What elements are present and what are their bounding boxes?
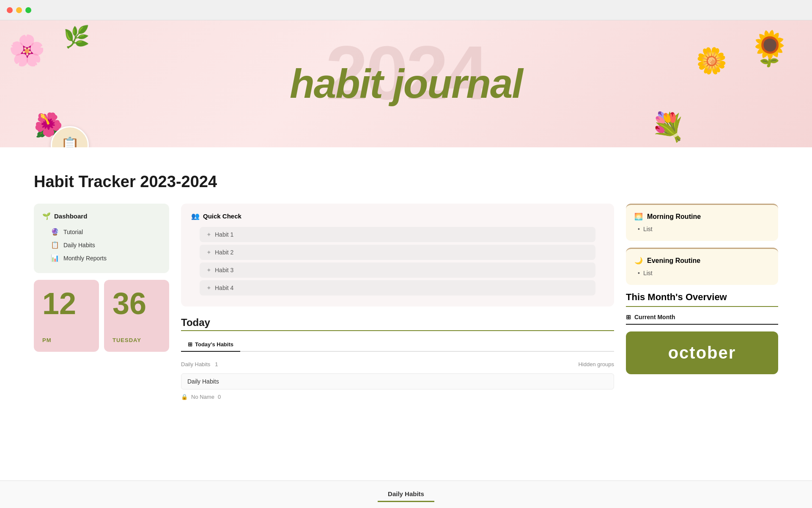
today-divider — [181, 330, 614, 331]
clock-hours: 12 — [42, 288, 91, 319]
right-column: 🌅 Morning Routine • List 🌙 Evening Routi… — [626, 204, 778, 374]
banner-title: HaBiT jouRnaL — [290, 61, 522, 107]
habit-cross-icon-1: ✦ — [206, 231, 211, 238]
flower-decoration-3: 🌻 — [749, 29, 791, 69]
overview-tab-label: Current Month — [634, 314, 675, 320]
habit-item-3[interactable]: ✦ Habit 3 — [200, 262, 595, 278]
evening-routine-title: Evening Routine — [647, 257, 700, 265]
october-text: october — [668, 343, 736, 362]
quick-check-card: 👥 Quick Check ✦ Habit 1 ✦ Habit 2 ✦ Habi… — [181, 204, 614, 306]
nav-item-daily-habits[interactable]: 📋 Daily Habits — [42, 238, 161, 251]
page-title: Habit Tracker 2023-2024 — [34, 173, 778, 191]
habit-label-1: Habit 1 — [215, 231, 233, 238]
content-grid: 🌱 Dashboard 🔮 Tutorial 📋 Daily Habits 📊 … — [34, 204, 778, 404]
habit-label-3: Habit 3 — [215, 267, 233, 273]
bullet-icon: • — [638, 226, 640, 232]
clock-period: PM — [42, 337, 91, 343]
nav-item-tutorial[interactable]: 🔮 Tutorial — [42, 225, 161, 238]
morning-routine-card: 🌅 Morning Routine • List — [626, 204, 778, 241]
nav-item-monthly-reports[interactable]: 📊 Monthly Reports — [42, 251, 161, 265]
middle-column: 👥 Quick Check ✦ Habit 1 ✦ Habit 2 ✦ Habi… — [181, 204, 614, 404]
flower-decoration-6: 💐 — [651, 111, 685, 143]
overview-tab-icon: ⊞ — [626, 314, 631, 320]
evening-routine-icon: 🌙 — [634, 257, 643, 265]
quick-check-header: 👥 Quick Check — [191, 212, 604, 220]
today-section: Today ⊞ Today's Habits Daily Habits 1 Hi… — [181, 317, 614, 404]
habit-label-4: Habit 4 — [215, 284, 233, 291]
table-col2-header: Hidden groups — [578, 361, 614, 367]
morning-routine-icon: 🌅 — [634, 213, 643, 221]
habit-cross-icon-2: ✦ — [206, 249, 211, 256]
overview-divider — [626, 306, 778, 307]
monthly-reports-icon: 📊 — [51, 254, 59, 262]
habit-item-1[interactable]: ✦ Habit 1 — [200, 227, 595, 242]
dashboard-label: Dashboard — [54, 213, 87, 220]
table-col1-header: Daily Habits 1 — [181, 361, 218, 367]
habit-item-2[interactable]: ✦ Habit 2 — [200, 245, 595, 260]
quick-check-title: Quick Check — [203, 213, 241, 220]
morning-routine-list-item: • List — [634, 225, 770, 233]
hours-card: 12 PM — [34, 280, 99, 352]
table-group-row[interactable]: Daily Habits — [181, 373, 614, 389]
quick-check-icon: 👥 — [191, 212, 200, 220]
morning-routine-header: 🌅 Morning Routine — [634, 213, 770, 221]
evening-routine-list-item: • List — [634, 269, 770, 277]
today-title: Today — [181, 317, 614, 329]
dashboard-icon: 🌱 — [42, 212, 51, 220]
browser-chrome — [0, 0, 812, 20]
evening-bullet-icon: • — [638, 270, 640, 276]
habit-label-2: Habit 2 — [215, 249, 233, 256]
habit-cross-icon-4: ✦ — [206, 284, 211, 291]
evening-list-label: List — [643, 270, 653, 276]
flower-decoration-1: 🌸 — [8, 33, 45, 68]
clock-minutes: 36 — [112, 288, 161, 319]
left-column: 🌱 Dashboard 🔮 Tutorial 📋 Daily Habits 📊 … — [34, 204, 169, 352]
overview-section: This Month's Overview ⊞ Current Month oc… — [626, 292, 778, 374]
minutes-card: 36 TUESDAY — [104, 280, 169, 352]
morning-list-label: List — [643, 226, 653, 232]
tab-label: Today's Habits — [195, 341, 233, 348]
flower-decoration-2: 🌿 — [63, 25, 90, 49]
daily-habits-label: Daily Habits — [63, 242, 95, 248]
maximize-button[interactable] — [25, 7, 31, 13]
overview-tab[interactable]: ⊞ Current Month — [626, 314, 778, 325]
close-button[interactable] — [7, 7, 13, 13]
clock-day: TUESDAY — [112, 337, 161, 343]
today-tab-bar: ⊞ Today's Habits — [181, 338, 614, 352]
evening-routine-card: 🌙 Evening Routine • List — [626, 248, 778, 285]
daily-habits-icon: 📋 — [51, 241, 59, 249]
overview-title: This Month's Overview — [626, 292, 778, 303]
habit-cross-icon-3: ✦ — [206, 267, 211, 273]
october-card[interactable]: october — [626, 331, 778, 374]
banner: 2024 🌸 🌿 🌻 🌼 🌺 💐 HaBiT jouRnaL 📋 — [0, 20, 812, 147]
habit-item-4[interactable]: ✦ Habit 4 — [200, 280, 595, 295]
flower-decoration-4: 🌼 — [696, 46, 727, 76]
lock-icon: 🔒 — [181, 394, 188, 400]
monthly-reports-label: Monthly Reports — [63, 255, 107, 262]
minimize-button[interactable] — [16, 7, 22, 13]
main-content: Habit Tracker 2023-2024 🌱 Dashboard 🔮 Tu… — [0, 147, 812, 421]
evening-routine-header: 🌙 Evening Routine — [634, 257, 770, 265]
table-header-row: Daily Habits 1 Hidden groups — [181, 359, 614, 370]
group-row-label: Daily Habits — [187, 378, 219, 385]
nav-card: 🌱 Dashboard 🔮 Tutorial 📋 Daily Habits 📊 … — [34, 204, 169, 273]
tutorial-icon: 🔮 — [51, 228, 59, 236]
tutorial-label: Tutorial — [63, 229, 83, 235]
tab-icon: ⊞ — [188, 341, 192, 348]
hidden-group-row: 🔒 No Name 0 — [181, 389, 614, 404]
nav-header: 🌱 Dashboard — [42, 212, 161, 220]
clock-row: 12 PM 36 TUESDAY — [34, 280, 169, 352]
morning-routine-title: Morning Routine — [647, 213, 701, 221]
tab-todays-habits[interactable]: ⊞ Today's Habits — [181, 338, 240, 351]
